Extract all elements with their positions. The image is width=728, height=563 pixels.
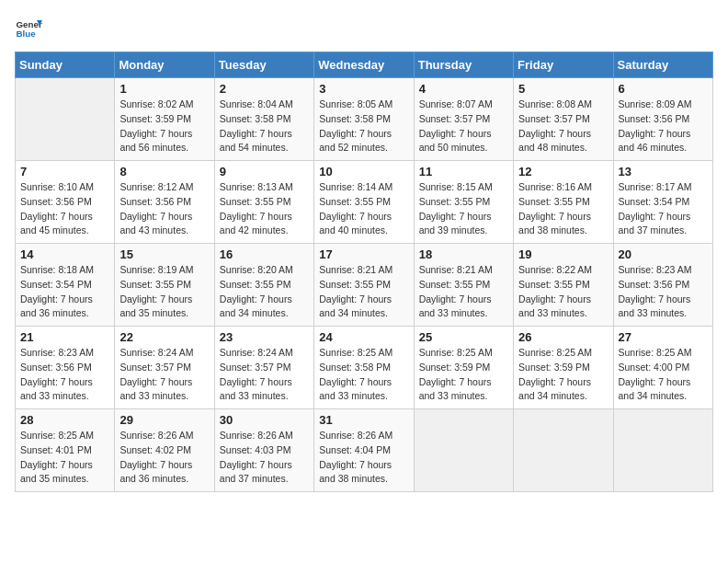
day-info-line: Daylight: 7 hours bbox=[319, 293, 408, 307]
day-number: 26 bbox=[518, 330, 608, 344]
day-info-line: Sunrise: 8:04 AM bbox=[220, 98, 309, 112]
calendar-week-row: 28Sunrise: 8:25 AMSunset: 4:01 PMDayligh… bbox=[16, 409, 713, 492]
day-info-line: Sunrise: 8:15 AM bbox=[419, 180, 508, 195]
day-info-line: and 33 minutes. bbox=[518, 306, 608, 321]
day-number: 25 bbox=[419, 330, 508, 344]
day-number: 19 bbox=[518, 247, 608, 261]
day-info-line: Sunset: 3:58 PM bbox=[220, 112, 309, 127]
day-number: 14 bbox=[20, 247, 109, 261]
day-number: 2 bbox=[220, 82, 309, 96]
day-info: Sunrise: 8:04 AMSunset: 3:58 PMDaylight:… bbox=[220, 98, 309, 155]
calendar-cell: 12Sunrise: 8:16 AMSunset: 3:55 PMDayligh… bbox=[514, 161, 613, 244]
day-info: Sunrise: 8:08 AMSunset: 3:57 PMDaylight:… bbox=[518, 98, 608, 155]
day-info-line: Sunrise: 8:14 AM bbox=[319, 180, 408, 195]
day-info: Sunrise: 8:25 AMSunset: 4:00 PMDaylight:… bbox=[619, 346, 708, 404]
day-info-line: and 33 minutes. bbox=[419, 306, 508, 321]
day-info-line: Sunset: 4:02 PM bbox=[119, 443, 209, 458]
day-info-line: Daylight: 7 hours bbox=[518, 210, 608, 224]
calendar-week-row: 14Sunrise: 8:18 AMSunset: 3:54 PMDayligh… bbox=[16, 244, 713, 327]
day-info-line: Daylight: 7 hours bbox=[419, 293, 508, 307]
day-info: Sunrise: 8:21 AMSunset: 3:55 PMDaylight:… bbox=[419, 263, 508, 321]
day-info: Sunrise: 8:10 AMSunset: 3:56 PMDaylight:… bbox=[20, 180, 109, 238]
day-info-line: Sunset: 3:57 PM bbox=[220, 361, 309, 375]
day-number: 7 bbox=[20, 165, 109, 178]
day-header-friday: Friday bbox=[514, 52, 613, 78]
day-info-line: Sunset: 3:55 PM bbox=[220, 195, 309, 210]
day-info: Sunrise: 8:23 AMSunset: 3:56 PMDaylight:… bbox=[619, 263, 708, 321]
day-info-line: Sunset: 3:56 PM bbox=[119, 195, 209, 210]
day-number: 9 bbox=[220, 165, 309, 178]
day-info-line: Sunrise: 8:02 AM bbox=[119, 98, 209, 112]
day-info-line: Sunrise: 8:26 AM bbox=[119, 429, 209, 443]
day-number: 6 bbox=[619, 82, 708, 96]
day-info-line: Sunset: 3:55 PM bbox=[419, 278, 508, 293]
day-info-line: Daylight: 7 hours bbox=[20, 375, 109, 390]
day-info-line: Sunset: 3:55 PM bbox=[518, 278, 608, 293]
day-number: 23 bbox=[220, 330, 309, 344]
day-number: 18 bbox=[419, 247, 508, 261]
day-info-line: and 52 minutes. bbox=[319, 141, 408, 155]
day-info-line: Sunset: 3:56 PM bbox=[619, 278, 708, 293]
day-info-line: Sunset: 3:55 PM bbox=[319, 195, 408, 210]
day-number: 27 bbox=[619, 330, 708, 344]
day-info-line: Daylight: 7 hours bbox=[419, 127, 508, 142]
calendar-cell: 22Sunrise: 8:24 AMSunset: 3:57 PMDayligh… bbox=[115, 327, 214, 409]
day-info: Sunrise: 8:26 AMSunset: 4:03 PMDaylight:… bbox=[220, 429, 309, 487]
calendar-cell: 15Sunrise: 8:19 AMSunset: 3:55 PMDayligh… bbox=[115, 244, 214, 327]
day-info-line: Sunset: 3:59 PM bbox=[119, 112, 209, 127]
day-info-line: and 33 minutes. bbox=[319, 389, 408, 404]
calendar-cell: 6Sunrise: 8:09 AMSunset: 3:56 PMDaylight… bbox=[613, 78, 712, 161]
day-info-line: and 56 minutes. bbox=[119, 141, 209, 155]
day-info-line: Sunrise: 8:24 AM bbox=[220, 346, 309, 361]
day-header-thursday: Thursday bbox=[414, 52, 513, 78]
day-info: Sunrise: 8:13 AMSunset: 3:55 PMDaylight:… bbox=[220, 180, 309, 238]
day-info: Sunrise: 8:26 AMSunset: 4:04 PMDaylight:… bbox=[319, 429, 408, 487]
day-number: 15 bbox=[119, 247, 209, 261]
day-number: 28 bbox=[20, 413, 109, 427]
day-info-line: Sunrise: 8:21 AM bbox=[419, 263, 508, 278]
calendar-cell bbox=[613, 409, 712, 492]
calendar-cell: 5Sunrise: 8:08 AMSunset: 3:57 PMDaylight… bbox=[514, 78, 613, 161]
calendar-cell: 27Sunrise: 8:25 AMSunset: 4:00 PMDayligh… bbox=[613, 327, 712, 409]
day-info-line: Sunset: 3:57 PM bbox=[419, 112, 508, 127]
calendar-cell: 16Sunrise: 8:20 AMSunset: 3:55 PMDayligh… bbox=[214, 244, 313, 327]
day-info-line: Sunset: 3:56 PM bbox=[20, 361, 109, 375]
calendar-cell: 11Sunrise: 8:15 AMSunset: 3:55 PMDayligh… bbox=[414, 161, 513, 244]
day-info-line: Daylight: 7 hours bbox=[20, 293, 109, 307]
day-info-line: Sunrise: 8:23 AM bbox=[20, 346, 109, 361]
day-info-line: and 33 minutes. bbox=[20, 389, 109, 404]
day-info-line: and 33 minutes. bbox=[119, 389, 209, 404]
calendar-cell: 23Sunrise: 8:24 AMSunset: 3:57 PMDayligh… bbox=[214, 327, 313, 409]
day-info-line: and 35 minutes. bbox=[20, 472, 109, 487]
day-info: Sunrise: 8:15 AMSunset: 3:55 PMDaylight:… bbox=[419, 180, 508, 238]
day-info: Sunrise: 8:05 AMSunset: 3:58 PMDaylight:… bbox=[319, 98, 408, 155]
day-number: 30 bbox=[220, 413, 309, 427]
day-info-line: and 38 minutes. bbox=[319, 472, 408, 487]
day-info-line: and 45 minutes. bbox=[20, 224, 109, 238]
day-info-line: Sunset: 3:58 PM bbox=[319, 361, 408, 375]
calendar-cell: 8Sunrise: 8:12 AMSunset: 3:56 PMDaylight… bbox=[115, 161, 214, 244]
calendar-cell: 21Sunrise: 8:23 AMSunset: 3:56 PMDayligh… bbox=[16, 327, 115, 409]
day-info-line: Daylight: 7 hours bbox=[119, 293, 209, 307]
day-header-tuesday: Tuesday bbox=[214, 52, 313, 78]
day-number: 10 bbox=[319, 165, 408, 178]
day-info-line: and 38 minutes. bbox=[518, 224, 608, 238]
day-info-line: Daylight: 7 hours bbox=[119, 375, 209, 390]
day-info: Sunrise: 8:24 AMSunset: 3:57 PMDaylight:… bbox=[220, 346, 309, 404]
calendar-cell: 10Sunrise: 8:14 AMSunset: 3:55 PMDayligh… bbox=[314, 161, 414, 244]
day-info-line: and 36 minutes. bbox=[20, 306, 109, 321]
day-info: Sunrise: 8:25 AMSunset: 3:58 PMDaylight:… bbox=[319, 346, 408, 404]
day-info: Sunrise: 8:25 AMSunset: 3:59 PMDaylight:… bbox=[518, 346, 608, 404]
calendar-cell: 7Sunrise: 8:10 AMSunset: 3:56 PMDaylight… bbox=[16, 161, 115, 244]
day-info: Sunrise: 8:02 AMSunset: 3:59 PMDaylight:… bbox=[119, 98, 209, 155]
day-info-line: and 34 minutes. bbox=[319, 306, 408, 321]
calendar-cell: 19Sunrise: 8:22 AMSunset: 3:55 PMDayligh… bbox=[514, 244, 613, 327]
calendar-cell: 20Sunrise: 8:23 AMSunset: 3:56 PMDayligh… bbox=[613, 244, 712, 327]
day-info-line: Daylight: 7 hours bbox=[319, 458, 408, 473]
day-info: Sunrise: 8:24 AMSunset: 3:57 PMDaylight:… bbox=[119, 346, 209, 404]
day-info-line: Sunrise: 8:21 AM bbox=[319, 263, 408, 278]
day-info-line: Daylight: 7 hours bbox=[20, 458, 109, 473]
day-info-line: Sunset: 4:01 PM bbox=[20, 443, 109, 458]
day-info-line: Sunrise: 8:13 AM bbox=[220, 180, 309, 195]
calendar-cell: 31Sunrise: 8:26 AMSunset: 4:04 PMDayligh… bbox=[314, 409, 414, 492]
